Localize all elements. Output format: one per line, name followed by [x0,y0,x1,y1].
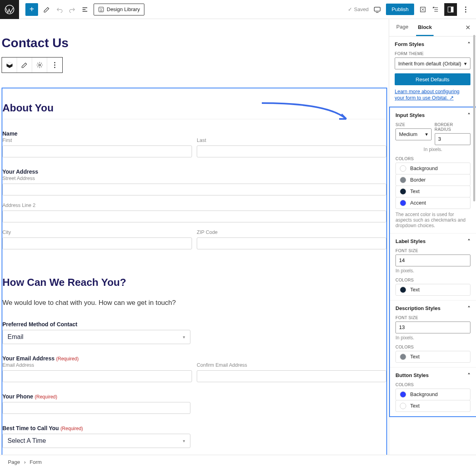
input-colors-list: BackgroundBorderTextAccent [395,163,470,209]
view-icon[interactable] [373,6,381,13]
wp-logo[interactable] [0,0,19,19]
chevron-up-icon: ˄ [468,238,470,244]
breadcrumb-form[interactable]: Form [30,459,42,465]
input-first-name[interactable] [2,145,192,157]
color-swatch [400,177,406,183]
design-library-button[interactable]: Design Library [94,4,144,15]
sidebar-scrollbar[interactable] [473,35,475,201]
label-colors-list: Text [395,284,470,296]
color-row[interactable]: Text [395,284,470,296]
reset-defaults-button[interactable]: Reset Defaults [395,73,470,85]
color-name: Background [410,165,438,171]
color-swatch [400,287,406,293]
input-size-select[interactable]: Medium ▾ [395,128,432,140]
color-row[interactable]: Background [395,389,470,400]
select-best-time[interactable]: Select A Time ▾ [2,434,190,448]
color-name: Text [410,287,420,293]
color-name: Accent [410,200,426,206]
panel-title-text: Button Styles [395,372,429,378]
desc-font-size-input[interactable] [395,322,470,333]
redo-icon[interactable] [68,6,76,13]
color-row[interactable]: Background [395,163,470,174]
form-block-selected[interactable]: About You Name First Last [2,88,387,455]
color-row[interactable]: Accent [395,197,470,209]
page-title[interactable]: Contact Us [0,36,389,50]
panel-title-button-styles[interactable]: Button Styles ˄ [395,372,470,378]
select-preferred-value: Email [8,333,23,341]
color-row[interactable]: Text [395,400,470,412]
phone-required-badge: (Required) [33,394,58,400]
undo-icon[interactable] [56,6,63,13]
border-radius-input[interactable] [435,133,471,145]
color-swatch [400,391,406,398]
panel-title-text: Label Styles [395,238,426,244]
highlighted-style-panels: Input Styles ˄ SIZE Medium ▾ BORDER R [389,107,476,417]
settings-sidebar-toggle[interactable] [444,3,457,16]
more-options-icon[interactable] [462,6,470,13]
desc-font-size-hint: In pixels. [395,335,470,341]
editor-canvas[interactable]: Contact Us About You Name First [0,19,389,455]
section-heading-reach[interactable]: How Can We Reach You? [2,267,386,293]
close-sidebar-button[interactable]: ✕ [465,24,470,31]
toolbar-extra-2-icon[interactable] [432,6,440,13]
block-type-icon[interactable] [2,57,17,73]
border-radius-label: BORDER RADIUS [435,122,471,132]
color-name: Text [410,403,420,409]
edit-mode-icon[interactable] [43,6,51,13]
field-label-preferred: Preferred Method of Contact [2,321,386,327]
sublabel-last: Last [197,137,386,143]
add-block-button[interactable]: + [25,3,38,16]
color-swatch [400,354,406,360]
svg-rect-5 [451,7,453,12]
svg-point-14 [54,67,56,68]
field-label-best-time: Best Time to Call You(Required) [2,425,386,431]
input-email-confirm[interactable] [197,370,386,382]
select-preferred-contact[interactable]: Email ▾ [2,330,190,344]
panel-input-styles: Input Styles ˄ SIZE Medium ▾ BORDER R [390,107,476,234]
block-more-icon[interactable] [47,57,62,73]
section-heading-about[interactable]: About You [2,92,386,119]
input-zip[interactable] [197,237,386,249]
toolbar-right: ✓Saved Publish [348,3,476,16]
input-line2[interactable] [2,211,386,222]
desc-font-size-label: FONT SIZE [395,315,470,320]
tab-page[interactable]: Page [395,24,410,31]
color-row[interactable]: Text [395,186,470,197]
input-last-name[interactable] [197,145,386,157]
form-theme-select[interactable]: Inherit from default (Orbital) ▾ [395,57,470,69]
block-edit-icon[interactable] [17,57,32,73]
input-phone[interactable] [2,402,190,414]
document-outline-icon[interactable] [81,6,89,13]
learn-more-link[interactable]: Learn more about configuring your form t… [395,88,470,101]
email-label-text: Your Email Address [2,355,54,362]
color-row[interactable]: Text [395,351,470,363]
field-label-email: Your Email Address(Required) [2,355,386,362]
panel-title-input-styles[interactable]: Input Styles ˄ [395,112,470,118]
sublabel-street: Street Address [2,175,386,181]
tab-block[interactable]: Block [416,19,433,36]
top-toolbar: + Design Library ✓Saved Publish [0,0,476,19]
breadcrumb-page[interactable]: Page [8,459,20,465]
select-best-time-value: Select A Time [8,437,46,444]
label-colors-label: COLORS [395,278,470,282]
panel-title-label-styles[interactable]: Label Styles ˄ [395,238,470,244]
toolbar-extra-1-icon[interactable] [419,6,427,13]
color-swatch [400,165,406,172]
panel-title-description-styles[interactable]: Description Styles ˄ [395,305,470,311]
svg-point-12 [54,62,56,63]
color-row[interactable]: Border [395,174,470,186]
label-font-size-input[interactable] [395,255,470,266]
input-street[interactable] [2,184,386,195]
block-settings-icon[interactable] [32,57,47,73]
input-email[interactable] [2,370,192,382]
section-description[interactable]: We would love to chat with you. How can … [2,293,386,310]
saved-indicator: ✓Saved [348,6,369,12]
design-library-icon [98,6,104,13]
input-size-value: Medium [399,131,417,137]
design-library-label: Design Library [107,6,140,12]
input-city[interactable] [2,237,192,249]
panel-title-form-styles[interactable]: Form Styles ˄ [395,41,470,47]
color-swatch [400,188,406,195]
sublabel-city: City [2,229,192,235]
publish-button[interactable]: Publish [386,4,414,15]
